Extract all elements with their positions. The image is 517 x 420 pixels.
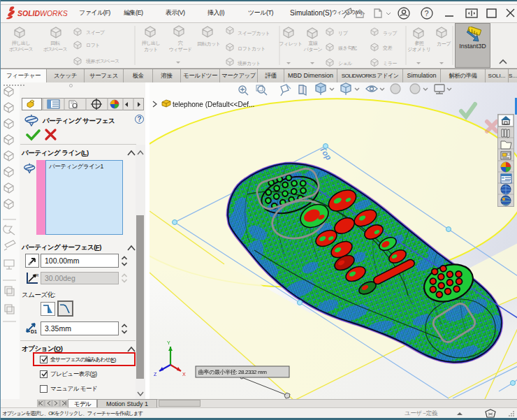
svg-text:D1: D1 [31, 329, 37, 334]
svg-text:SOLID: SOLID [17, 9, 41, 17]
svg-text:?: ? [425, 9, 429, 17]
svg-text:Y: Y [167, 340, 170, 345]
svg-text:曲率の最小半径: 28.2332 mm: 曲率の最小半径: 28.2332 mm [198, 369, 267, 375]
svg-text:R: R [36, 273, 39, 277]
svg-text:X: X [182, 372, 186, 377]
svg-text:Z: Z [154, 372, 157, 377]
svg-text:WORKS: WORKS [40, 9, 68, 17]
svg-text:telephone (Default<<Def...: telephone (Default<<Def... [173, 101, 254, 108]
